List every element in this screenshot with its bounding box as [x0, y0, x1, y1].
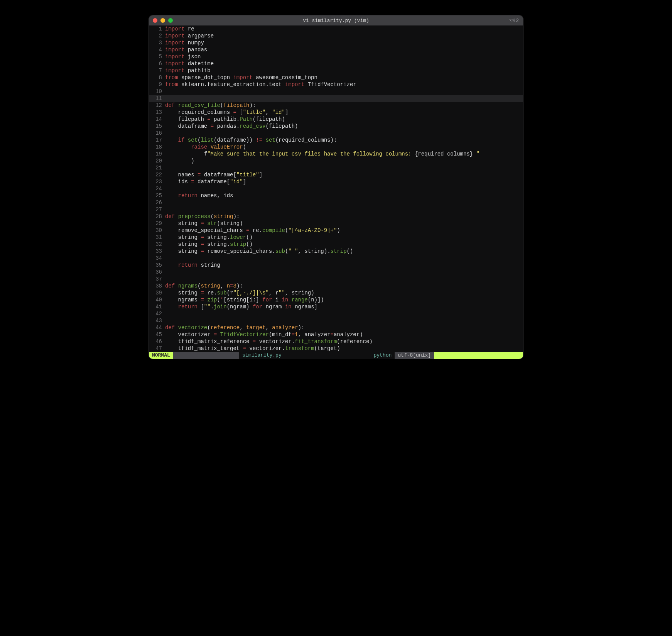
code-line[interactable]: 15 dataframe = pandas.read_csv(filepath): [149, 123, 523, 130]
code-line[interactable]: 42: [149, 310, 523, 317]
code-text: ): [165, 157, 194, 164]
line-number: 31: [149, 234, 165, 241]
code-line[interactable]: 39 string = re.sub(r"[,-./]|\s", r"", st…: [149, 289, 523, 296]
code-line[interactable]: 45 vectorizer = TfidfVectorizer(min_df=1…: [149, 331, 523, 338]
code-line[interactable]: 26: [149, 199, 523, 206]
line-number: 2: [149, 32, 165, 39]
code-line[interactable]: 30 remove_special_chars = re.compile("[^…: [149, 227, 523, 234]
code-line[interactable]: 20 ): [149, 157, 523, 164]
line-number: 7: [149, 67, 165, 74]
code-text: remove_special_chars = re.compile("[^a-z…: [165, 227, 340, 234]
line-number: 17: [149, 137, 165, 144]
code-line[interactable]: 12def read_csv_file(filepath):: [149, 102, 523, 109]
line-number: 13: [149, 109, 165, 116]
code-line[interactable]: 43: [149, 317, 523, 324]
line-number: 4: [149, 46, 165, 53]
code-text: required_columns = ["title", "id"]: [165, 109, 288, 116]
code-line[interactable]: 24: [149, 185, 523, 192]
code-line[interactable]: 17 if set(list(dataframe)) != set(requir…: [149, 137, 523, 144]
window-shortcut: ⌥⌘2: [509, 17, 519, 24]
code-line[interactable]: 37: [149, 276, 523, 282]
code-line[interactable]: 29 string = str(string): [149, 220, 523, 227]
line-number: 12: [149, 102, 165, 109]
code-line[interactable]: 16: [149, 130, 523, 137]
code-line[interactable]: 11: [149, 95, 523, 102]
window-title: vi similarity.py (vim): [149, 18, 523, 24]
line-number: 1: [149, 25, 165, 32]
window-controls: [153, 18, 173, 23]
code-line[interactable]: 1import re: [149, 25, 523, 32]
close-icon[interactable]: [153, 18, 157, 23]
code-line[interactable]: 28def preprocess(string):: [149, 213, 523, 220]
line-number: 20: [149, 157, 165, 164]
code-line[interactable]: 32 string = string.strip(): [149, 241, 523, 248]
code-text: import pathlib: [165, 67, 211, 74]
terminal-window: vi similarity.py (vim) ⌥⌘2 1import re2im…: [149, 15, 523, 359]
line-number: 9: [149, 81, 165, 88]
code-line[interactable]: 34: [149, 255, 523, 262]
line-number: 21: [149, 164, 165, 171]
code-line[interactable]: 13 required_columns = ["title", "id"]: [149, 109, 523, 116]
line-number: 42: [149, 310, 165, 317]
code-line[interactable]: 41 return ["".join(ngram) for ngram in n…: [149, 303, 523, 310]
editor-viewport[interactable]: 1import re2import argparse3import numpy4…: [149, 25, 523, 352]
line-number: 39: [149, 289, 165, 296]
code-text: ids = dataframe["id"]: [165, 178, 246, 185]
code-line[interactable]: 27: [149, 206, 523, 213]
code-line[interactable]: 25 return names, ids: [149, 192, 523, 199]
code-text: import pandas: [165, 46, 207, 53]
code-line[interactable]: 3import numpy: [149, 39, 523, 46]
code-line[interactable]: 4import pandas: [149, 46, 523, 53]
line-number: 10: [149, 88, 165, 95]
code-line[interactable]: 38def ngrams(string, n=3):: [149, 282, 523, 289]
code-text: raise ValueError(: [165, 144, 246, 151]
code-line[interactable]: 31 string = string.lower(): [149, 234, 523, 241]
titlebar[interactable]: vi similarity.py (vim) ⌥⌘2: [149, 15, 523, 25]
code-line[interactable]: 35 return string: [149, 262, 523, 269]
code-line[interactable]: 2import argparse: [149, 32, 523, 39]
code-text: filepath = pathlib.Path(filepath): [165, 116, 285, 123]
code-text: from sklearn.feature_extraction.text imp…: [165, 81, 356, 88]
code-line[interactable]: 5import json: [149, 53, 523, 60]
status-filename: similarity.py: [239, 352, 284, 359]
code-line[interactable]: 19 f"Make sure that the input csv files …: [149, 151, 523, 157]
code-text: string = string.lower(): [165, 234, 253, 241]
code-text: def ngrams(string, n=3):: [165, 282, 243, 289]
code-text: tfidf_matrix_target = vectorizer.transfo…: [165, 345, 340, 352]
code-line[interactable]: 8from sparse_dot_topn import awesome_cos…: [149, 74, 523, 81]
line-number: 11: [149, 95, 165, 102]
code-line[interactable]: 10: [149, 88, 523, 95]
line-number: 46: [149, 338, 165, 345]
code-line[interactable]: 46 tfidf_matrix_reference = vectorizer.f…: [149, 338, 523, 345]
code-line[interactable]: 6import datetime: [149, 60, 523, 67]
code-text: import argparse: [165, 32, 214, 39]
code-text: def read_csv_file(filepath):: [165, 102, 256, 109]
code-line[interactable]: 21: [149, 164, 523, 171]
code-line[interactable]: 40 ngrams = zip(*[string[i:] for i in ra…: [149, 296, 523, 303]
code-line[interactable]: 9from sklearn.feature_extraction.text im…: [149, 81, 523, 88]
code-line[interactable]: 14 filepath = pathlib.Path(filepath): [149, 116, 523, 123]
minimize-icon[interactable]: [160, 18, 165, 23]
code-line[interactable]: 22 names = dataframe["title"]: [149, 171, 523, 178]
code-line[interactable]: 36: [149, 269, 523, 276]
code-line[interactable]: 23 ids = dataframe["id"]: [149, 178, 523, 185]
code-text: import numpy: [165, 39, 204, 46]
status-bar: NORMAL ⎇ new_version similarity.py pytho…: [149, 352, 523, 359]
line-number: 37: [149, 276, 165, 282]
maximize-icon[interactable]: [168, 18, 173, 23]
code-text: return names, ids: [165, 192, 233, 199]
code-text: def preprocess(string):: [165, 213, 240, 220]
line-number: 6: [149, 60, 165, 67]
code-line[interactable]: 18 raise ValueError(: [149, 144, 523, 151]
code-text: tfidf_matrix_reference = vectorizer.fit_…: [165, 338, 373, 345]
code-text: f"Make sure that the input csv files hav…: [165, 151, 480, 157]
code-line[interactable]: 7import pathlib: [149, 67, 523, 74]
line-number: 47: [149, 345, 165, 352]
line-number: 16: [149, 130, 165, 137]
code-line[interactable]: 33 string = remove_special_chars.sub(" "…: [149, 248, 523, 255]
code-line[interactable]: 47 tfidf_matrix_target = vectorizer.tran…: [149, 345, 523, 352]
vim-mode: NORMAL: [149, 352, 173, 359]
code-line[interactable]: 44def vectorize(reference, target, analy…: [149, 324, 523, 331]
code-text: names = dataframe["title"]: [165, 171, 262, 178]
code-text: return ["".join(ngram) for ngram in ngra…: [165, 303, 317, 310]
